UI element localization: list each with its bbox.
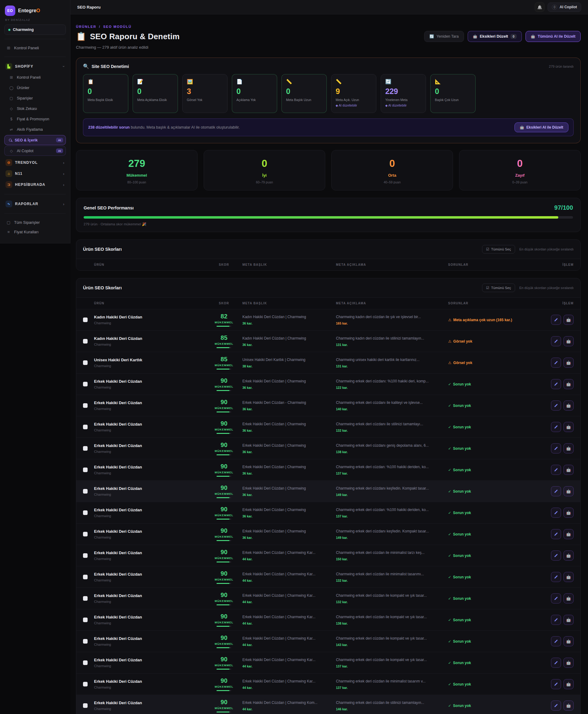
- product-cell[interactable]: Kadın Hakiki Deri Cüzdan Charmwing: [94, 336, 206, 346]
- edit-button[interactable]: [551, 315, 561, 325]
- edit-button[interactable]: [551, 401, 561, 411]
- row-checkbox[interactable]: [83, 446, 88, 451]
- ai-fix-button[interactable]: 🤖: [564, 315, 574, 325]
- sidebar-section-shopify[interactable]: ▙ SHOPİFY ›: [4, 61, 66, 72]
- sidebar-subitem[interactable]: ◯ Ürünler: [4, 83, 66, 93]
- audit-stat-card[interactable]: 🔄 229 Yinelenen Meta ◆ AI düzeltebilir: [381, 74, 426, 113]
- row-checkbox[interactable]: [83, 339, 88, 344]
- product-cell[interactable]: Erkek Hakiki Deri Cüzdan Charmwing: [94, 379, 206, 389]
- row-checkbox[interactable]: [83, 618, 88, 622]
- row-checkbox[interactable]: [83, 703, 88, 708]
- product-cell[interactable]: Kadın Hakiki Deri Cüzdan Charmwing: [94, 315, 206, 325]
- audit-stat-card[interactable]: 🖼️ 3 Görsel Yok: [182, 74, 228, 113]
- edit-button[interactable]: [551, 443, 561, 453]
- sidebar-subitem[interactable]: ◇ Stok Zekası: [4, 104, 66, 114]
- row-checkbox[interactable]: [83, 682, 88, 687]
- select-all-button[interactable]: ☑ Tümünü Seç: [482, 283, 515, 292]
- sidebar-subitem[interactable]: ▢ Siparişler: [4, 93, 66, 103]
- row-checkbox[interactable]: [83, 403, 88, 408]
- row-checkbox[interactable]: [83, 468, 88, 472]
- edit-button[interactable]: [551, 700, 561, 711]
- edit-button[interactable]: [551, 465, 561, 475]
- product-cell[interactable]: Erkek Hakiki Deri Cüzdan Charmwing: [94, 529, 206, 539]
- ai-fix-button[interactable]: 🤖: [564, 379, 574, 389]
- product-cell[interactable]: Erkek Hakiki Deri Cüzdan Charmwing: [94, 615, 206, 625]
- row-checkbox[interactable]: [83, 575, 88, 579]
- sidebar-section-marketplace[interactable]: ⊐ HEPSİBURADA ›: [4, 179, 66, 190]
- audit-stat-card[interactable]: 📄 0 Açıklama Yok: [232, 74, 277, 113]
- ai-fix-button[interactable]: 🤖: [564, 358, 574, 368]
- row-checkbox[interactable]: [83, 489, 88, 494]
- edit-button[interactable]: [551, 615, 561, 625]
- edit-button[interactable]: [551, 336, 561, 346]
- edit-button[interactable]: [551, 486, 561, 496]
- ai-fix-button[interactable]: 🤖: [564, 465, 574, 475]
- ai-fix-button[interactable]: 🤖: [564, 615, 574, 625]
- select-all-button[interactable]: ☑ Tümünü Seç: [482, 245, 515, 254]
- sidebar-section-marketplace[interactable]: ⊖ TRENDYOL ›: [4, 157, 66, 168]
- row-checkbox[interactable]: [83, 553, 88, 558]
- edit-button[interactable]: [551, 422, 561, 432]
- sidebar-item[interactable]: ▢ Tüm Siparişler: [4, 218, 66, 227]
- product-cell[interactable]: Erkek Hakiki Deri Cüzdan Charmwing: [94, 422, 206, 432]
- fix-all-ai-button[interactable]: 🤖 Tümünü AI ile Düzelt: [526, 31, 581, 42]
- product-cell[interactable]: Erkek Hakiki Deri Cüzdan Charmwing: [94, 550, 206, 561]
- ai-fix-button[interactable]: 🤖: [564, 422, 574, 432]
- fix-with-ai-button[interactable]: 🤖 Eksikleri AI ile Düzelt: [514, 123, 568, 132]
- audit-stat-card[interactable]: 📝 0 Meta Açıklama Eksik: [133, 74, 178, 113]
- ai-fix-button[interactable]: 🤖: [564, 401, 574, 411]
- rescan-button[interactable]: 🔄 Yeniden Tara: [424, 31, 464, 42]
- product-cell[interactable]: Erkek Hakiki Deri Cüzdan Charmwing: [94, 465, 206, 475]
- sidebar-subitem[interactable]: ⊞ Kontrol Paneli: [4, 72, 66, 82]
- row-checkbox[interactable]: [83, 360, 88, 365]
- sidebar-subitem[interactable]: ◇ AI Copilot AI: [4, 146, 66, 156]
- row-checkbox[interactable]: [83, 639, 88, 644]
- edit-button[interactable]: [551, 550, 561, 561]
- edit-button[interactable]: [551, 358, 561, 368]
- product-cell[interactable]: Erkek Hakiki Deri Cüzdan Charmwing: [94, 443, 206, 453]
- edit-button[interactable]: [551, 679, 561, 689]
- row-checkbox[interactable]: [83, 425, 88, 429]
- product-cell[interactable]: Erkek Hakiki Deri Cüzdan Charmwing: [94, 486, 206, 496]
- ai-fix-button[interactable]: 🤖: [564, 572, 574, 582]
- audit-stat-card[interactable]: 📏 9 Meta Açık. Uzun ◆ AI düzeltebilir: [331, 74, 376, 113]
- ai-fix-button[interactable]: 🤖: [564, 658, 574, 668]
- edit-button[interactable]: [551, 593, 561, 604]
- ai-fix-button[interactable]: 🤖: [564, 700, 574, 711]
- row-checkbox[interactable]: [83, 596, 88, 601]
- row-checkbox[interactable]: [83, 532, 88, 536]
- store-selector[interactable]: Charmwing: [4, 24, 66, 35]
- product-cell[interactable]: Erkek Hakiki Deri Cüzdan Charmwing: [94, 700, 206, 711]
- edit-button[interactable]: [551, 507, 561, 518]
- product-cell[interactable]: Erkek Hakiki Deri Cüzdan Charmwing: [94, 658, 206, 668]
- sidebar-section-raporlar[interactable]: ∿ RAPORLAR ›: [4, 198, 66, 210]
- audit-stat-card[interactable]: 📐 0 Başlık Çok Uzun: [430, 74, 476, 113]
- product-cell[interactable]: Erkek Hakiki Deri Cüzdan Charmwing: [94, 636, 206, 646]
- ai-fix-button[interactable]: 🤖: [564, 336, 574, 346]
- row-checkbox[interactable]: [83, 511, 88, 515]
- ai-fix-button[interactable]: 🤖: [564, 529, 574, 539]
- ai-copilot-button[interactable]: 0 AI Copilot: [548, 2, 581, 12]
- row-checkbox[interactable]: [83, 661, 88, 665]
- edit-button[interactable]: [551, 379, 561, 389]
- sidebar-subitem[interactable]: SEO & İçerik AI: [4, 135, 66, 145]
- product-cell[interactable]: Erkek Hakiki Deri Cüzdan Charmwing: [94, 572, 206, 582]
- product-cell[interactable]: Unisex Hakiki Deri Kartlık Charmwing: [94, 358, 206, 368]
- audit-stat-card[interactable]: 📏 0 Meta Başlık Uzun: [281, 74, 327, 113]
- edit-button[interactable]: [551, 529, 561, 539]
- edit-button[interactable]: [551, 636, 561, 646]
- sidebar-subitem[interactable]: $ Fiyat & Promosyon: [4, 114, 66, 124]
- fix-missing-button[interactable]: 🤖 Eksikleri Düzelt 0: [468, 31, 522, 42]
- row-checkbox[interactable]: [83, 318, 88, 322]
- sidebar-item-kontrol-paneli[interactable]: ⊞ Kontrol Paneli: [4, 43, 66, 53]
- bell-icon[interactable]: 🔔: [535, 2, 545, 12]
- edit-button[interactable]: [551, 658, 561, 668]
- row-checkbox[interactable]: [83, 382, 88, 386]
- ai-fix-button[interactable]: 🤖: [564, 593, 574, 604]
- ai-fix-button[interactable]: 🤖: [564, 636, 574, 646]
- ai-fix-button[interactable]: 🤖: [564, 550, 574, 561]
- product-cell[interactable]: Erkek Hakiki Deri Cüzdan Charmwing: [94, 593, 206, 604]
- edit-button[interactable]: [551, 572, 561, 582]
- product-cell[interactable]: Erkek Hakiki Deri Cüzdan Charmwing: [94, 507, 206, 518]
- sidebar-item[interactable]: ≡ Fiyat Kuralları: [4, 227, 66, 237]
